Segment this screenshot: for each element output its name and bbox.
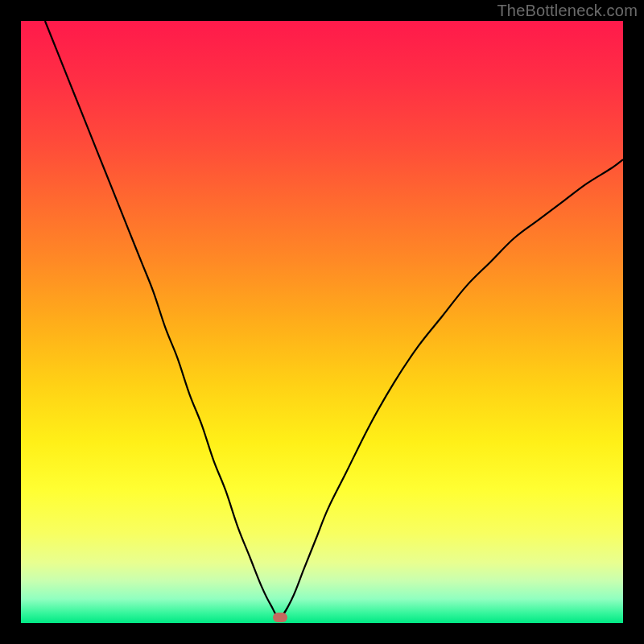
watermark-text: TheBottleneck.com xyxy=(497,2,638,20)
bottleneck-curve-svg xyxy=(21,21,623,623)
bottleneck-curve-path xyxy=(45,21,623,617)
min-marker-dot xyxy=(273,613,287,622)
chart-frame: TheBottleneck.com xyxy=(0,0,644,644)
plot-area xyxy=(21,21,623,623)
